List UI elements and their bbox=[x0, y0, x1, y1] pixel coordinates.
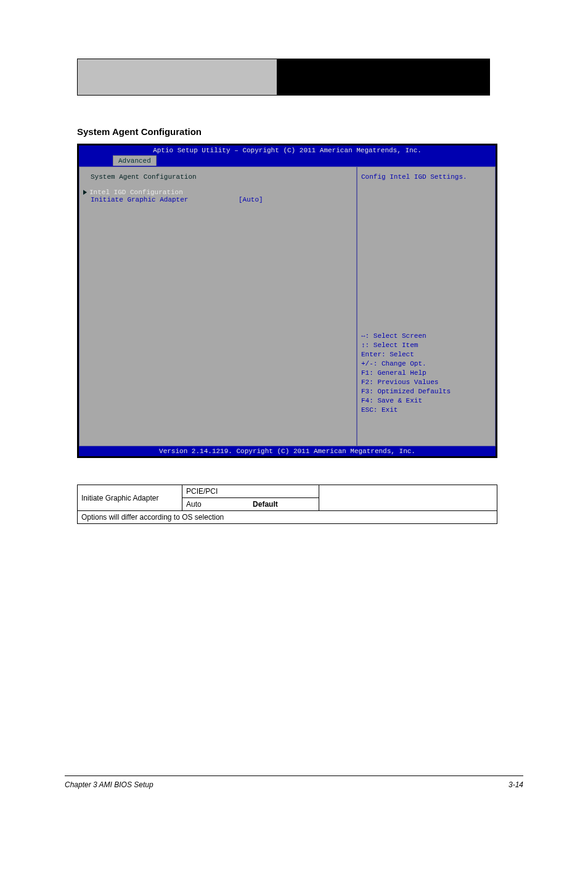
bios-tab-bar: Advanced bbox=[79, 155, 496, 166]
footer-chapter: Chapter 3 AMI BIOS Setup bbox=[65, 780, 153, 789]
page-header-banner bbox=[77, 59, 490, 96]
key-f1: F1: General Help bbox=[361, 369, 491, 378]
bios-inner: Aptio Setup Utility – Copyright (C) 2011… bbox=[79, 145, 496, 456]
bios-right-pane: Config Intel IGD Settings. : Select Scre… bbox=[357, 166, 496, 446]
option-desc-cell bbox=[319, 485, 497, 511]
bios-submenu-label: Intel IGD Configuration bbox=[89, 189, 183, 196]
header-left-grey bbox=[77, 59, 277, 96]
header-right-black bbox=[277, 59, 490, 96]
key-select-item: : Select Item bbox=[361, 341, 491, 350]
bios-pane-heading: System Agent Configuration bbox=[91, 173, 354, 181]
option-note-cell: Options will differ according to OS sele… bbox=[78, 511, 497, 524]
bios-option-value: [Auto] bbox=[239, 196, 263, 203]
bios-key-legend: : Select Screen : Select Item Enter: Sel… bbox=[361, 332, 491, 440]
bios-titlebar: Aptio Setup Utility – Copyright (C) 2011… bbox=[79, 145, 496, 155]
key-select-screen: : Select Screen bbox=[361, 332, 491, 341]
section-title: System Agent Configuration bbox=[77, 126, 202, 137]
key-enter: Enter: Select bbox=[361, 350, 491, 359]
options-description-table: Initiate Graphic Adapter PCIE/PCI Auto D… bbox=[77, 485, 497, 524]
bios-submenu-igd[interactable]: Intel IGD Configuration bbox=[82, 189, 354, 196]
page-footer: Chapter 3 AMI BIOS Setup 3-14 bbox=[65, 780, 523, 789]
option-name-cell: Initiate Graphic Adapter bbox=[78, 485, 182, 511]
key-plus-minus: +/-: Change Opt. bbox=[361, 359, 491, 369]
page-footer-divider bbox=[65, 776, 523, 776]
bios-body: System Agent Configuration Intel IGD Con… bbox=[79, 166, 496, 446]
key-esc: ESC: Exit bbox=[361, 406, 491, 415]
key-f4: F4: Save & Exit bbox=[361, 396, 491, 406]
key-f3: F3: Optimized Defaults bbox=[361, 387, 491, 396]
footer-page-number: 3-14 bbox=[508, 780, 523, 789]
arrow-left-right-icon bbox=[361, 332, 365, 340]
bios-screenshot: Aptio Setup Utility – Copyright (C) 2011… bbox=[77, 144, 497, 458]
chevron-right-icon bbox=[83, 190, 87, 195]
bios-option-graphic-adapter[interactable]: Initiate Graphic Adapter [Auto] bbox=[91, 196, 354, 203]
bios-left-pane: System Agent Configuration Intel IGD Con… bbox=[79, 166, 357, 446]
option-value-cell: PCIE/PCI bbox=[182, 485, 319, 498]
arrow-up-down-icon bbox=[361, 342, 365, 349]
table-row: Options will differ according to OS sele… bbox=[78, 511, 497, 524]
bios-option-label: Initiate Graphic Adapter bbox=[91, 196, 239, 203]
table-row: Initiate Graphic Adapter PCIE/PCI bbox=[78, 485, 497, 498]
option-value-cell: Auto Default bbox=[182, 498, 319, 511]
bios-footer: Version 2.14.1219. Copyright (C) 2011 Am… bbox=[79, 446, 496, 456]
bios-help-text: Config Intel IGD Settings. bbox=[361, 173, 491, 181]
key-f2: F2: Previous Values bbox=[361, 378, 491, 387]
bios-tab-advanced[interactable]: Advanced bbox=[113, 155, 157, 166]
